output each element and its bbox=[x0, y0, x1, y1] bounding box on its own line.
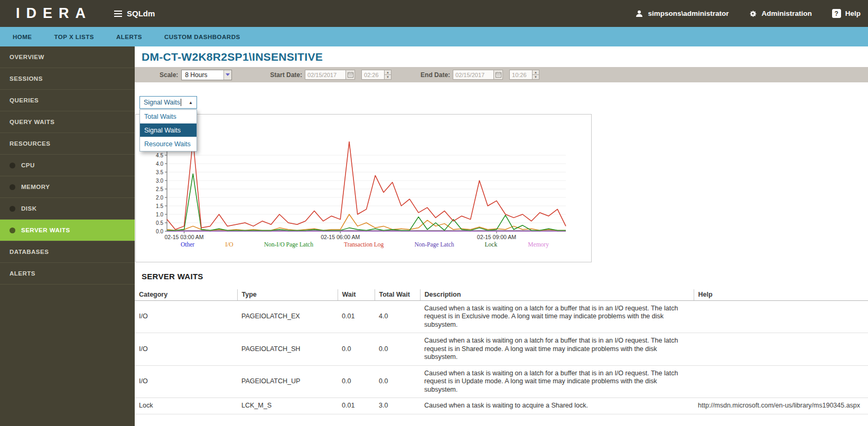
end-date-calendar-icon[interactable] bbox=[494, 70, 503, 80]
svg-text:2.5: 2.5 bbox=[156, 186, 163, 192]
legend-non-i-o-page-latch: Non-I/O Page Latch bbox=[264, 241, 313, 248]
spin-up-icon: ▲ bbox=[385, 70, 391, 74]
main-nav: HOMETOP X LISTSALERTSCUSTOM DASHBOARDS bbox=[0, 27, 868, 46]
main-content: DM-CT-W2K8R2SP1\INSENSITIVE Scale: 8 Hou… bbox=[135, 46, 868, 426]
sidebar-item-overview[interactable]: OVERVIEW bbox=[0, 46, 135, 68]
start-date-label: Start Date: bbox=[270, 71, 302, 79]
sidebar-item-label: ALERTS bbox=[10, 270, 35, 277]
scale-value: 8 Hours bbox=[185, 71, 207, 79]
user-menu[interactable]: simpsons\administrator bbox=[635, 10, 729, 18]
table-body: I/OPAGEIOLATCH_EX0.014.0Caused when a ta… bbox=[135, 300, 868, 414]
cell-wait: 0.0 bbox=[338, 365, 375, 398]
cell-help bbox=[694, 365, 868, 398]
col-header-description: Description bbox=[420, 289, 694, 300]
chart-panel: Signal Waits (ms) 0.00.51.01.52.02.53.03… bbox=[135, 114, 592, 262]
bullet-icon bbox=[10, 206, 15, 212]
sidebar-item-label: SERVER WAITS bbox=[21, 227, 70, 233]
cell-description: Caused when a task is waiting on a latch… bbox=[420, 333, 694, 366]
sidebar-item-queries[interactable]: QUERIES bbox=[0, 90, 135, 111]
bullet-icon bbox=[10, 228, 15, 233]
start-date-calendar-icon[interactable] bbox=[346, 70, 355, 80]
sidebar-item-server-waits[interactable]: SERVER WAITS bbox=[0, 220, 135, 241]
user-name: simpsons\administrator bbox=[648, 10, 729, 17]
spin-down-icon: ▼ bbox=[385, 74, 391, 79]
gear-icon bbox=[749, 10, 757, 18]
administration-menu[interactable]: Administration bbox=[749, 10, 811, 18]
cell-category: I/O bbox=[135, 365, 237, 398]
svg-text:0.0: 0.0 bbox=[156, 229, 163, 234]
svg-text:02-15 09:00 AM: 02-15 09:00 AM bbox=[477, 234, 516, 240]
sidebar-item-sessions[interactable]: SESSIONS bbox=[0, 68, 135, 90]
wait-type-dropdown: Signal Waits ▲ Total WaitsSignal WaitsRe… bbox=[139, 96, 197, 152]
cell-help bbox=[694, 333, 868, 366]
svg-text:02-15 06:00 AM: 02-15 06:00 AM bbox=[321, 234, 360, 240]
table-row: I/OPAGEIOLATCH_SH0.00.0Caused when a tas… bbox=[135, 333, 868, 366]
cell-total-wait: 3.0 bbox=[375, 398, 420, 414]
cell-help bbox=[694, 300, 868, 333]
end-date-label: End Date: bbox=[421, 71, 450, 79]
sidebar: OVERVIEWSESSIONSQUERIESQUERY WAITSRESOUR… bbox=[0, 46, 135, 426]
scale-select[interactable]: 8 Hours bbox=[181, 70, 232, 80]
svg-text:1.0: 1.0 bbox=[156, 212, 163, 217]
sidebar-item-label: SESSIONS bbox=[10, 75, 43, 82]
cell-wait: 0.01 bbox=[338, 398, 375, 414]
svg-text:3.5: 3.5 bbox=[156, 169, 163, 175]
dropdown-option-total-waits[interactable]: Total Waits bbox=[140, 110, 197, 124]
cell-total-wait: 0.0 bbox=[375, 333, 420, 366]
sidebar-item-label: QUERY WAITS bbox=[10, 119, 54, 125]
cell-type: PAGEIOLATCH_EX bbox=[237, 300, 338, 333]
sidebar-item-databases[interactable]: DATABASES bbox=[0, 241, 135, 263]
sidebar-item-alerts[interactable]: ALERTS bbox=[0, 263, 135, 285]
nav-tab-alerts[interactable]: ALERTS bbox=[105, 27, 153, 46]
start-time-spinner[interactable]: ▲▼ bbox=[385, 70, 391, 80]
sidebar-item-resources[interactable]: RESOURCES bbox=[0, 133, 135, 155]
hamburger-menu-icon[interactable] bbox=[114, 11, 122, 17]
col-header-type: Type bbox=[237, 289, 338, 300]
col-header-total-wait: Total Wait bbox=[375, 289, 420, 300]
svg-text:4.0: 4.0 bbox=[156, 161, 163, 167]
cell-category: Lock bbox=[135, 398, 237, 414]
page-title: DM-CT-W2K8R2SP1\INSENSITIVE bbox=[142, 51, 323, 63]
cell-description: Caused when a task is waiting to acquire… bbox=[420, 398, 694, 414]
select-arrow-icon bbox=[223, 70, 231, 80]
cell-type: PAGEIOLATCH_SH bbox=[237, 333, 338, 366]
spin-down-icon: ▼ bbox=[533, 74, 539, 79]
cell-description: Caused when a task is waiting on a latch… bbox=[420, 365, 694, 398]
cell-category: I/O bbox=[135, 300, 237, 333]
start-time-input[interactable] bbox=[361, 70, 385, 80]
help-menu[interactable]: ? Help bbox=[832, 9, 861, 18]
cell-total-wait: 4.0 bbox=[375, 300, 420, 333]
table-row: LockLCK_M_S0.013.0Caused when a task is … bbox=[135, 398, 868, 414]
app-name-label: SQLdm bbox=[127, 9, 155, 18]
wait-type-dropdown-button[interactable]: Signal Waits ▲ bbox=[139, 96, 197, 109]
wait-type-value: Signal Waits bbox=[144, 99, 180, 106]
cell-total-wait: 0.0 bbox=[375, 365, 420, 398]
dropdown-option-signal-waits[interactable]: Signal Waits bbox=[140, 124, 197, 137]
sidebar-item-disk[interactable]: DISK bbox=[0, 198, 135, 220]
sidebar-item-query-waits[interactable]: QUERY WAITS bbox=[0, 111, 135, 133]
end-time-input[interactable] bbox=[509, 70, 533, 80]
cell-category: I/O bbox=[135, 333, 237, 366]
bullet-icon bbox=[10, 163, 15, 168]
bullet-icon bbox=[10, 184, 15, 190]
sidebar-item-cpu[interactable]: CPU bbox=[0, 155, 135, 176]
sidebar-item-memory[interactable]: MEMORY bbox=[0, 176, 135, 198]
end-date-input[interactable] bbox=[453, 70, 494, 80]
col-header-help: Help bbox=[694, 289, 868, 300]
nav-tab-home[interactable]: HOME bbox=[2, 27, 43, 46]
dropdown-option-resource-waits[interactable]: Resource Waits bbox=[140, 137, 197, 151]
spin-up-icon: ▲ bbox=[533, 70, 539, 74]
svg-text:1.5: 1.5 bbox=[156, 203, 163, 209]
sidebar-item-label: RESOURCES bbox=[10, 140, 50, 147]
legend-transaction-log: Transaction Log bbox=[344, 241, 384, 248]
nav-tab-top-x-lists[interactable]: TOP X LISTS bbox=[43, 27, 105, 46]
legend-i-o: I/O bbox=[225, 241, 233, 248]
legend-non-page-latch: Non-Page Latch bbox=[414, 241, 454, 248]
end-time-spinner[interactable]: ▲▼ bbox=[533, 70, 539, 80]
sidebar-item-label: QUERIES bbox=[10, 97, 39, 103]
chart-legend: OtherI/ONon-I/O Page LatchTransaction Lo… bbox=[181, 241, 549, 248]
table-row: I/OPAGEIOLATCH_EX0.014.0Caused when a ta… bbox=[135, 300, 868, 333]
sidebar-item-label: DATABASES bbox=[10, 249, 49, 255]
nav-tab-custom-dashboards[interactable]: CUSTOM DASHBOARDS bbox=[153, 27, 251, 46]
start-date-input[interactable] bbox=[305, 70, 346, 80]
